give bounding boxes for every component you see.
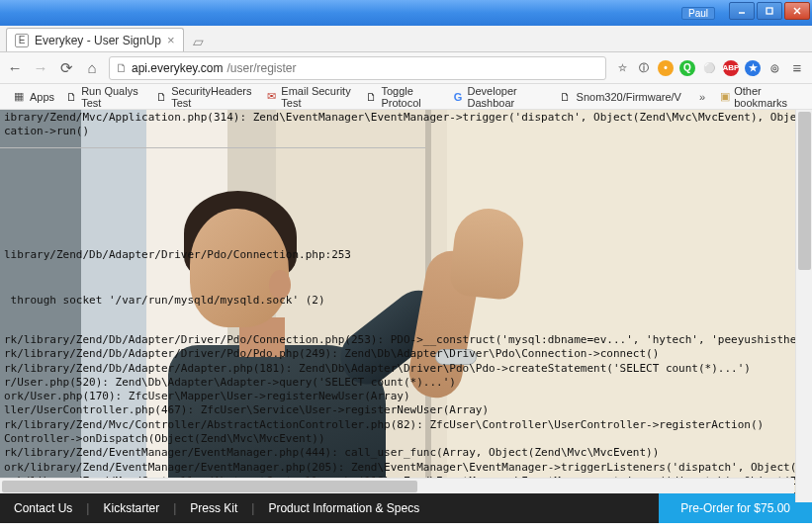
vertical-scrollbar[interactable] xyxy=(795,110,812,502)
browser-menu-button[interactable]: ≡ xyxy=(788,59,806,77)
vertical-scroll-thumb[interactable] xyxy=(798,112,811,270)
bookmark-item[interactable]: 🗋Snom320/Firmware/V xyxy=(555,88,685,106)
url-path: /user/register xyxy=(226,61,296,75)
mail-icon: ✉ xyxy=(266,90,277,104)
svg-rect-1 xyxy=(767,8,772,14)
window-maximize-button[interactable] xyxy=(757,2,782,20)
bookmark-label: SecurityHeaders Test xyxy=(171,85,254,109)
window-minimize-button[interactable] xyxy=(729,2,755,20)
browser-tab-strip: E Everykey - User SignUp × ▱ xyxy=(0,26,812,52)
wrist-device xyxy=(435,349,477,365)
trace-divider xyxy=(0,147,425,148)
bookmarks-overflow-button[interactable]: » xyxy=(693,91,711,103)
page-footer: Contact Us| Kickstarter| Press Kit| Prod… xyxy=(0,493,812,523)
reload-button[interactable]: ⟳ xyxy=(57,59,75,77)
browser-toolbar: ← → ⟳ ⌂ 🗋 api.everykey.com/user/register… xyxy=(0,52,812,84)
page-icon: 🗋 xyxy=(559,90,573,104)
extension-icon[interactable]: ⓘ xyxy=(636,60,652,76)
extension-icon[interactable]: ★ xyxy=(745,60,761,76)
google-icon: G xyxy=(452,90,463,104)
bookmark-label: Toggle Protocol xyxy=(381,85,440,109)
url-host: api.everykey.com xyxy=(132,61,223,75)
footer-link-press[interactable]: Press Kit xyxy=(176,501,251,515)
tab-title: Everykey - User SignUp xyxy=(35,34,161,47)
bookmark-label: Developer Dashboar xyxy=(468,85,547,109)
other-bookmarks-label: Other bookmarks xyxy=(734,85,800,109)
footer-link-product-info[interactable]: Product Information & Specs xyxy=(254,501,433,515)
window-titlebar: Paul xyxy=(0,0,812,26)
bookmark-item[interactable]: 🗋Toggle Protocol xyxy=(362,83,444,111)
footer-link-contact[interactable]: Contact Us xyxy=(0,501,86,515)
horizontal-scrollbar[interactable] xyxy=(0,478,794,493)
hero-background xyxy=(0,110,812,523)
apps-label: Apps xyxy=(30,91,54,103)
apps-icon: ▦ xyxy=(12,90,26,104)
bookmark-label: Snom320/Firmware/V xyxy=(577,91,681,103)
extension-icons: ☆ ⓘ • Q ⚪ ABP ★ ◎ ≡ xyxy=(614,59,806,77)
footer-link-kickstarter[interactable]: Kickstarter xyxy=(89,501,173,515)
bookmark-item[interactable]: 🗋SecurityHeaders Test xyxy=(152,83,258,111)
preorder-button[interactable]: Pre-Order for $75.00 xyxy=(659,493,812,523)
folder-icon: ▣ xyxy=(719,90,730,104)
bookmarks-bar: ▦Apps 🗋Run Qualys Test 🗋SecurityHeaders … xyxy=(0,84,812,110)
browser-tab-active[interactable]: E Everykey - User SignUp × xyxy=(6,28,184,51)
window-close-button[interactable] xyxy=(784,2,810,20)
bookmark-label: Email Security Test xyxy=(281,85,354,109)
extension-icon[interactable]: ◎ xyxy=(767,60,782,76)
tab-close-icon[interactable]: × xyxy=(167,33,175,47)
hero-person xyxy=(148,179,455,476)
page-icon: 🗋 xyxy=(156,90,167,104)
other-bookmarks-button[interactable]: ▣Other bookmarks xyxy=(715,83,804,111)
bookmark-item[interactable]: ✉Email Security Test xyxy=(262,83,358,111)
extension-icon[interactable]: Q xyxy=(679,60,695,76)
bookmark-item[interactable]: 🗋Run Qualys Test xyxy=(62,83,148,111)
page-icon: 🗋 xyxy=(66,90,77,104)
forward-button[interactable]: → xyxy=(32,59,49,77)
home-button[interactable]: ⌂ xyxy=(83,59,101,77)
horizontal-scroll-thumb[interactable] xyxy=(2,481,417,492)
preorder-label: Pre-Order for $75.00 xyxy=(680,501,790,515)
tab-favicon-icon: E xyxy=(15,34,29,47)
adblock-icon[interactable]: ABP xyxy=(723,60,739,76)
new-tab-button[interactable]: ▱ xyxy=(188,32,210,51)
bookmark-label: Run Qualys Test xyxy=(81,85,144,109)
page-icon: 🗋 xyxy=(366,90,377,104)
site-info-icon[interactable]: 🗋 xyxy=(116,61,128,75)
apps-shortcut[interactable]: ▦Apps xyxy=(8,88,58,106)
bookmark-item[interactable]: GDeveloper Dashboar xyxy=(448,83,550,111)
page-viewport: ibrary/Zend/Mvc/Application.php(314): Ze… xyxy=(0,110,812,523)
extension-icon[interactable]: • xyxy=(658,60,674,76)
address-bar[interactable]: 🗋 api.everykey.com/user/register xyxy=(109,56,606,80)
bookmark-star-icon[interactable]: ☆ xyxy=(614,60,630,76)
window-user-badge: Paul xyxy=(681,7,715,20)
back-button[interactable]: ← xyxy=(6,59,24,77)
extension-icon[interactable]: ⚪ xyxy=(701,60,717,76)
